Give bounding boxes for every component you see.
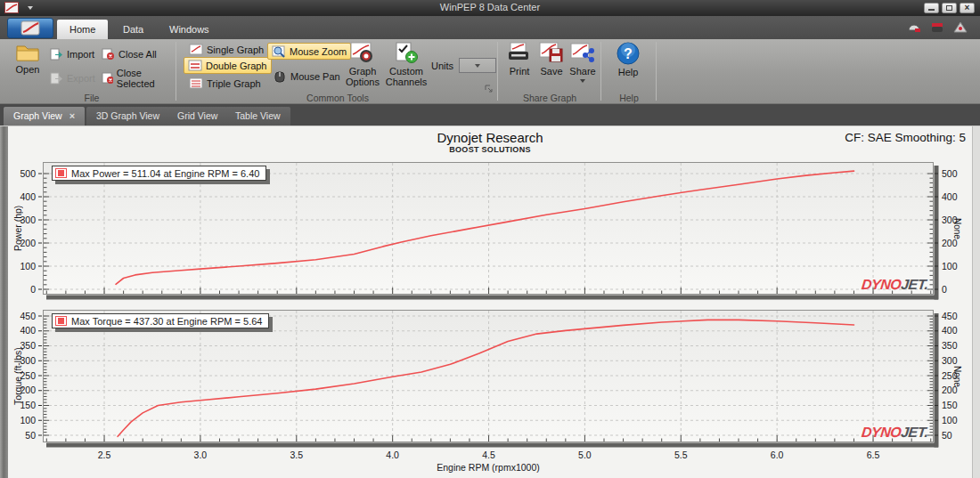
x-axis-title: Engine RPM (rpmx1000) bbox=[43, 462, 934, 473]
triple-graph-button[interactable]: Triple Graph bbox=[185, 75, 265, 92]
close-selected-label: Close Selected bbox=[117, 68, 173, 89]
single-graph-icon bbox=[189, 44, 203, 55]
units-dropdown[interactable] bbox=[459, 58, 496, 73]
file-group-label: File bbox=[7, 93, 176, 103]
power-legend[interactable]: Max Power = 511.04 at Engine RPM = 6.40 bbox=[52, 166, 266, 181]
winpep-logo-icon bbox=[20, 20, 40, 36]
power-chart[interactable]: 00100100200200300300400400500500 bbox=[0, 162, 980, 304]
save-icon bbox=[539, 42, 564, 64]
svg-text:0: 0 bbox=[942, 284, 947, 295]
units-label: Units bbox=[431, 61, 453, 71]
group-separator bbox=[656, 42, 657, 101]
power-axis-label: Power (hp) bbox=[12, 162, 24, 295]
import-icon bbox=[50, 48, 63, 61]
share-icon bbox=[570, 42, 595, 64]
close-button[interactable]: × bbox=[960, 3, 975, 13]
custom-channels-label: Custom Channels bbox=[383, 67, 429, 87]
x-tick-label: 3.0 bbox=[187, 450, 214, 460]
logo-jet: JET. bbox=[901, 277, 929, 292]
x-tick-label: 6.5 bbox=[860, 450, 886, 460]
close-all-button[interactable]: Close All bbox=[98, 45, 160, 62]
tab-graph-view[interactable]: Graph View× bbox=[4, 107, 85, 126]
x-tick-label: 4.5 bbox=[476, 450, 502, 460]
single-graph-label: Single Graph bbox=[207, 45, 264, 55]
open-button[interactable]: Open bbox=[9, 42, 46, 76]
triple-graph-icon bbox=[189, 77, 203, 89]
logo-dyno: DYNO bbox=[861, 277, 902, 292]
group-separator bbox=[600, 42, 601, 101]
ribbon-tab-windows[interactable]: Windows bbox=[157, 20, 222, 39]
help-group-label: Help bbox=[603, 93, 655, 103]
import-button[interactable]: Import bbox=[46, 45, 98, 62]
save-button[interactable]: Save bbox=[536, 42, 567, 77]
close-selected-button[interactable]: Close Selected bbox=[98, 69, 176, 86]
tab-grid-view[interactable]: Grid View bbox=[167, 107, 227, 126]
share-graph-group-label: Share Graph bbox=[500, 93, 600, 103]
helmet-icon[interactable] bbox=[907, 21, 921, 33]
x-axis-tick-labels: 2.53.03.54.04.55.05.56.06.5 bbox=[0, 450, 980, 461]
mouse-pan-label: Mouse Pan bbox=[290, 71, 340, 82]
group-separator bbox=[497, 42, 498, 101]
close-icon: × bbox=[965, 4, 970, 12]
ribbon-tab-home[interactable]: Home bbox=[57, 20, 108, 39]
printer-icon bbox=[507, 42, 532, 64]
triple-graph-label: Triple Graph bbox=[207, 78, 261, 89]
mouse-zoom-button[interactable]: Mouse Zoom bbox=[267, 43, 351, 60]
save-label: Save bbox=[540, 67, 562, 77]
window-title: WinPEP 8 Data Center bbox=[0, 2, 980, 12]
report-subtitle: BOOST SOLUTIONS bbox=[0, 145, 980, 154]
ribbon-group-common-tools: Single Graph Double Graph Triple Graph M… bbox=[178, 39, 497, 104]
close-selected-icon bbox=[102, 72, 113, 85]
help-button[interactable]: ? Help bbox=[609, 42, 647, 78]
mouse-pan-button[interactable]: Mouse Pan bbox=[269, 68, 344, 85]
share-button[interactable]: Share bbox=[568, 42, 598, 83]
custom-channels-button[interactable]: Custom Channels bbox=[383, 42, 429, 87]
graph-options-button[interactable]: Graph Options bbox=[342, 42, 383, 87]
logo-jet: JET. bbox=[901, 425, 929, 440]
x-tick-label: 2.5 bbox=[91, 450, 118, 460]
maximize-button[interactable] bbox=[942, 3, 957, 13]
single-graph-button[interactable]: Single Graph bbox=[185, 41, 267, 58]
tuning-tools-icon[interactable] bbox=[930, 21, 944, 33]
graph-options-icon bbox=[350, 42, 375, 64]
warning-icon[interactable] bbox=[953, 21, 968, 33]
open-label: Open bbox=[16, 65, 40, 76]
chevron-down-icon bbox=[580, 79, 585, 83]
logo-dyno: DYNO bbox=[861, 425, 902, 440]
application-menu-button[interactable] bbox=[7, 18, 53, 38]
dynojet-logo: DYNOJET. bbox=[861, 277, 929, 293]
close-all-label: Close All bbox=[118, 49, 157, 60]
torque-legend[interactable]: Max Torque = 437.30 at Engine RPM = 5.64 bbox=[52, 313, 269, 328]
right-axis-label-none: None bbox=[951, 162, 963, 295]
tab-3d-graph-view[interactable]: 3D Graph View bbox=[86, 107, 169, 126]
torque-chart[interactable]: 5050100100150150200200250250300300350350… bbox=[0, 310, 980, 452]
import-label: Import bbox=[67, 49, 94, 60]
share-label: Share bbox=[569, 67, 595, 77]
series-swatch bbox=[55, 316, 67, 326]
mouse-zoom-label: Mouse Zoom bbox=[290, 46, 347, 57]
svg-text:50: 50 bbox=[25, 430, 36, 441]
print-label: Print bbox=[510, 67, 530, 77]
x-tick-label: 5.5 bbox=[667, 450, 694, 460]
ribbon-tab-data[interactable]: Data bbox=[110, 20, 156, 39]
tab-table-view[interactable]: Table View bbox=[225, 107, 290, 126]
ribbon-group-share-graph: Print Save Share Share Graph bbox=[500, 39, 600, 104]
pan-hand-icon bbox=[273, 70, 287, 83]
export-button[interactable]: Export bbox=[46, 69, 99, 86]
print-button[interactable]: Print bbox=[504, 42, 535, 77]
magnifier-icon bbox=[272, 45, 286, 58]
graph-options-label: Graph Options bbox=[342, 67, 383, 87]
svg-text:0: 0 bbox=[30, 284, 36, 295]
minimize-button[interactable] bbox=[924, 3, 939, 13]
help-icon: ? bbox=[617, 42, 640, 65]
double-graph-button[interactable]: Double Graph bbox=[184, 57, 272, 74]
help-label: Help bbox=[618, 68, 639, 78]
ribbon-tab-row: Home Data Windows bbox=[0, 16, 980, 39]
x-tick-label: 3.5 bbox=[283, 450, 310, 460]
folder-icon bbox=[15, 42, 40, 62]
title-bar: WinPEP 8 Data Center × bbox=[0, 0, 980, 16]
close-tab-icon[interactable]: × bbox=[69, 110, 75, 121]
group-separator bbox=[176, 42, 176, 101]
question-glyph: ? bbox=[624, 46, 633, 61]
export-icon bbox=[50, 72, 63, 85]
